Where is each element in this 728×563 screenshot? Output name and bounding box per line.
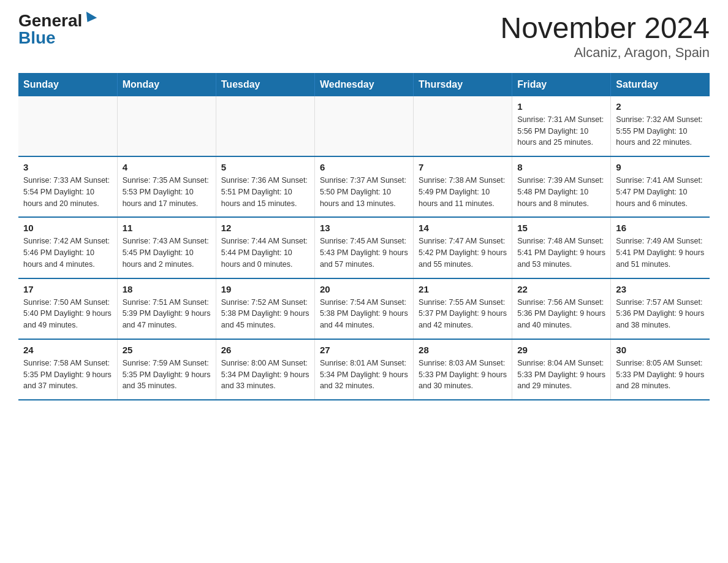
day-info: Sunrise: 7:56 AM Sunset: 5:36 PM Dayligh… <box>517 297 605 331</box>
title-block: November 2024 Alcaniz, Aragon, Spain <box>500 12 710 61</box>
calendar-cell: 14Sunrise: 7:47 AM Sunset: 5:42 PM Dayli… <box>414 217 512 278</box>
calendar-cell: 20Sunrise: 7:54 AM Sunset: 5:38 PM Dayli… <box>314 278 413 339</box>
day-number: 9 <box>616 162 705 172</box>
logo-blue-text: Blue <box>18 29 56 47</box>
calendar-cell: 24Sunrise: 7:58 AM Sunset: 5:35 PM Dayli… <box>18 339 117 400</box>
day-info: Sunrise: 7:43 AM Sunset: 5:45 PM Dayligh… <box>123 236 211 270</box>
calendar-cell: 13Sunrise: 7:45 AM Sunset: 5:43 PM Dayli… <box>314 217 413 278</box>
logo: General Blue <box>18 12 96 47</box>
header-monday: Monday <box>117 73 216 96</box>
calendar-week-2: 3Sunrise: 7:33 AM Sunset: 5:54 PM Daylig… <box>18 156 710 217</box>
day-number: 10 <box>23 223 112 233</box>
calendar-cell: 9Sunrise: 7:41 AM Sunset: 5:47 PM Daylig… <box>611 156 710 217</box>
day-number: 22 <box>517 284 605 294</box>
day-info: Sunrise: 7:52 AM Sunset: 5:38 PM Dayligh… <box>221 297 309 331</box>
day-info: Sunrise: 7:47 AM Sunset: 5:42 PM Dayligh… <box>419 236 507 270</box>
calendar-cell <box>314 96 413 156</box>
calendar-cell: 30Sunrise: 8:05 AM Sunset: 5:33 PM Dayli… <box>611 339 710 400</box>
day-info: Sunrise: 7:50 AM Sunset: 5:40 PM Dayligh… <box>23 297 112 331</box>
day-number: 11 <box>123 223 211 233</box>
header-wednesday: Wednesday <box>314 73 413 96</box>
calendar-cell: 16Sunrise: 7:49 AM Sunset: 5:41 PM Dayli… <box>611 217 710 278</box>
day-info: Sunrise: 7:51 AM Sunset: 5:39 PM Dayligh… <box>123 297 211 331</box>
day-number: 30 <box>616 345 705 355</box>
day-info: Sunrise: 7:55 AM Sunset: 5:37 PM Dayligh… <box>419 297 507 331</box>
day-number: 4 <box>123 162 211 172</box>
day-number: 13 <box>320 223 408 233</box>
calendar-cell: 8Sunrise: 7:39 AM Sunset: 5:48 PM Daylig… <box>512 156 611 217</box>
day-info: Sunrise: 7:36 AM Sunset: 5:51 PM Dayligh… <box>221 175 309 209</box>
calendar-cell: 4Sunrise: 7:35 AM Sunset: 5:53 PM Daylig… <box>117 156 216 217</box>
day-info: Sunrise: 7:33 AM Sunset: 5:54 PM Dayligh… <box>23 175 112 209</box>
page-title: November 2024 <box>500 12 710 45</box>
day-info: Sunrise: 7:41 AM Sunset: 5:47 PM Dayligh… <box>616 175 705 209</box>
header-thursday: Thursday <box>414 73 512 96</box>
day-info: Sunrise: 7:37 AM Sunset: 5:50 PM Dayligh… <box>320 175 408 209</box>
calendar-week-5: 24Sunrise: 7:58 AM Sunset: 5:35 PM Dayli… <box>18 339 710 400</box>
calendar-cell: 19Sunrise: 7:52 AM Sunset: 5:38 PM Dayli… <box>216 278 314 339</box>
day-number: 24 <box>23 345 112 355</box>
calendar-cell <box>414 96 512 156</box>
page-subtitle: Alcaniz, Aragon, Spain <box>500 45 710 61</box>
day-info: Sunrise: 7:49 AM Sunset: 5:41 PM Dayligh… <box>616 236 705 270</box>
calendar-week-3: 10Sunrise: 7:42 AM Sunset: 5:46 PM Dayli… <box>18 217 710 278</box>
day-number: 25 <box>123 345 211 355</box>
day-number: 3 <box>23 162 112 172</box>
day-number: 28 <box>419 345 507 355</box>
day-info: Sunrise: 7:59 AM Sunset: 5:35 PM Dayligh… <box>123 358 211 392</box>
day-number: 26 <box>221 345 309 355</box>
day-number: 5 <box>221 162 309 172</box>
calendar-cell: 11Sunrise: 7:43 AM Sunset: 5:45 PM Dayli… <box>117 217 216 278</box>
day-number: 29 <box>517 345 605 355</box>
day-info: Sunrise: 7:42 AM Sunset: 5:46 PM Dayligh… <box>23 236 112 270</box>
calendar-header: Sunday Monday Tuesday Wednesday Thursday… <box>18 73 710 96</box>
day-info: Sunrise: 7:32 AM Sunset: 5:55 PM Dayligh… <box>616 114 705 148</box>
day-number: 23 <box>616 284 705 294</box>
calendar-cell: 27Sunrise: 8:01 AM Sunset: 5:34 PM Dayli… <box>314 339 413 400</box>
day-info: Sunrise: 8:01 AM Sunset: 5:34 PM Dayligh… <box>320 358 408 392</box>
logo-triangle-icon <box>82 12 97 25</box>
calendar-cell: 12Sunrise: 7:44 AM Sunset: 5:44 PM Dayli… <box>216 217 314 278</box>
calendar-cell: 17Sunrise: 7:50 AM Sunset: 5:40 PM Dayli… <box>18 278 117 339</box>
day-info: Sunrise: 8:05 AM Sunset: 5:33 PM Dayligh… <box>616 358 705 392</box>
day-number: 19 <box>221 284 309 294</box>
calendar-week-4: 17Sunrise: 7:50 AM Sunset: 5:40 PM Dayli… <box>18 278 710 339</box>
calendar-cell: 18Sunrise: 7:51 AM Sunset: 5:39 PM Dayli… <box>117 278 216 339</box>
day-number: 17 <box>23 284 112 294</box>
calendar-cell: 2Sunrise: 7:32 AM Sunset: 5:55 PM Daylig… <box>611 96 710 156</box>
day-number: 14 <box>419 223 507 233</box>
calendar-cell: 26Sunrise: 8:00 AM Sunset: 5:34 PM Dayli… <box>216 339 314 400</box>
day-number: 27 <box>320 345 408 355</box>
calendar-cell: 23Sunrise: 7:57 AM Sunset: 5:36 PM Dayli… <box>611 278 710 339</box>
header-saturday: Saturday <box>611 73 710 96</box>
calendar-cell: 22Sunrise: 7:56 AM Sunset: 5:36 PM Dayli… <box>512 278 611 339</box>
calendar-cell <box>18 96 117 156</box>
day-info: Sunrise: 8:04 AM Sunset: 5:33 PM Dayligh… <box>517 358 605 392</box>
header-sunday: Sunday <box>18 73 117 96</box>
page-header: General Blue November 2024 Alcaniz, Arag… <box>18 12 710 61</box>
calendar-week-1: 1Sunrise: 7:31 AM Sunset: 5:56 PM Daylig… <box>18 96 710 156</box>
calendar-table: Sunday Monday Tuesday Wednesday Thursday… <box>18 73 710 400</box>
calendar-cell: 3Sunrise: 7:33 AM Sunset: 5:54 PM Daylig… <box>18 156 117 217</box>
header-row: Sunday Monday Tuesday Wednesday Thursday… <box>18 73 710 96</box>
day-number: 12 <box>221 223 309 233</box>
day-number: 16 <box>616 223 705 233</box>
calendar-cell: 10Sunrise: 7:42 AM Sunset: 5:46 PM Dayli… <box>18 217 117 278</box>
calendar-cell: 25Sunrise: 7:59 AM Sunset: 5:35 PM Dayli… <box>117 339 216 400</box>
day-info: Sunrise: 8:00 AM Sunset: 5:34 PM Dayligh… <box>221 358 309 392</box>
calendar-cell: 28Sunrise: 8:03 AM Sunset: 5:33 PM Dayli… <box>414 339 512 400</box>
day-info: Sunrise: 7:54 AM Sunset: 5:38 PM Dayligh… <box>320 297 408 331</box>
day-number: 21 <box>419 284 507 294</box>
day-info: Sunrise: 7:44 AM Sunset: 5:44 PM Dayligh… <box>221 236 309 270</box>
day-info: Sunrise: 7:35 AM Sunset: 5:53 PM Dayligh… <box>123 175 211 209</box>
day-info: Sunrise: 8:03 AM Sunset: 5:33 PM Dayligh… <box>419 358 507 392</box>
day-number: 15 <box>517 223 605 233</box>
calendar-cell: 1Sunrise: 7:31 AM Sunset: 5:56 PM Daylig… <box>512 96 611 156</box>
day-info: Sunrise: 7:38 AM Sunset: 5:49 PM Dayligh… <box>419 175 507 209</box>
calendar-cell <box>117 96 216 156</box>
logo-general-text: General <box>18 12 82 29</box>
day-number: 8 <box>517 162 605 172</box>
day-info: Sunrise: 7:39 AM Sunset: 5:48 PM Dayligh… <box>517 175 605 209</box>
day-number: 20 <box>320 284 408 294</box>
day-info: Sunrise: 7:31 AM Sunset: 5:56 PM Dayligh… <box>517 114 605 148</box>
